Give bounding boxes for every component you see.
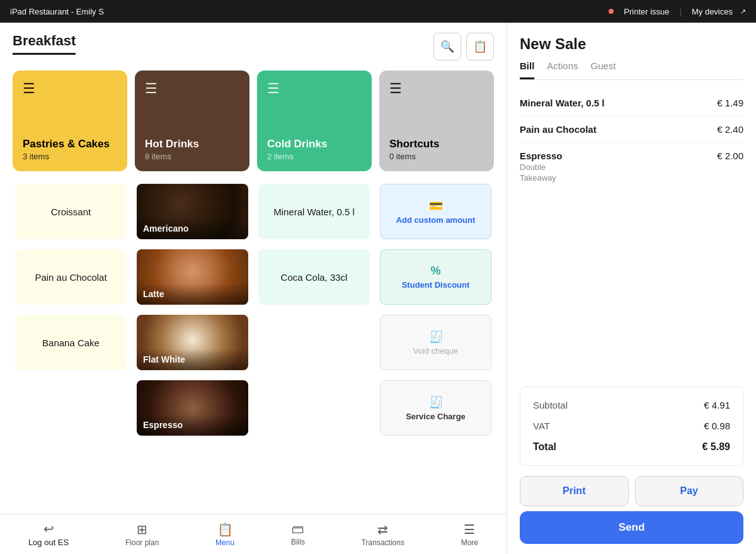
- tab-guest[interactable]: Guest: [591, 60, 616, 79]
- header-actions: 🔍 📋: [433, 33, 494, 60]
- pay-button[interactable]: Pay: [635, 476, 744, 506]
- category-grid: ☰ Pastries & Cakes 3 items ☰ Hot Drinks …: [0, 60, 507, 181]
- category-name: Pastries & Cakes: [23, 138, 117, 150]
- tab-bill[interactable]: Bill: [520, 60, 534, 79]
- total-label: Total: [533, 441, 556, 453]
- my-devices-link[interactable]: My devices: [692, 7, 733, 16]
- right-header: New Sale Bill Actions Guest: [507, 23, 756, 80]
- item-name: Banana Cake: [35, 330, 107, 356]
- bottom-nav: ↩ Log out ES ⊞ Floor plan 📋 Menu 🗃 Bills…: [0, 514, 507, 554]
- bills-icon: 🗃: [292, 522, 304, 536]
- bill-item-price: € 1.49: [717, 98, 743, 108]
- more-label: More: [461, 538, 478, 547]
- category-name: Cold Drinks: [267, 138, 362, 150]
- bill-item-name: Espresso: [520, 150, 563, 161]
- item-espresso[interactable]: Espresso: [137, 380, 248, 436]
- category-items: 8 items: [145, 152, 239, 161]
- right-panel: New Sale Bill Actions Guest Mineral Wate…: [507, 23, 756, 554]
- pastries-column: Croissant Pain au Chocolat Banana Cake: [13, 181, 129, 501]
- clipboard-button[interactable]: 📋: [466, 33, 494, 60]
- topbar-right: Printer issue | My devices ↗: [609, 7, 746, 16]
- item-latte[interactable]: Latte: [137, 249, 248, 305]
- menu-icon: 📋: [217, 522, 233, 537]
- service-charge-label: Service Charge: [401, 412, 471, 421]
- item-americano[interactable]: Americano: [137, 184, 248, 239]
- bill-item-pain-au-chocolat[interactable]: Pain au Chocolat € 2.40: [520, 116, 743, 143]
- topbar-title: iPad Restaurant - Emily S: [10, 7, 609, 16]
- shortcuts-column: 💳 Add custom amount % Student Discount 🧾…: [377, 181, 494, 501]
- item-pain-au-chocolat[interactable]: Pain au Chocolat: [15, 249, 127, 305]
- category-name: Hot Drinks: [145, 138, 239, 150]
- panel-title: Breakfast: [13, 33, 76, 55]
- category-cold-drinks[interactable]: ☰ Cold Drinks 2 items: [257, 71, 372, 171]
- shortcut-custom-amount[interactable]: 💳 Add custom amount: [380, 184, 491, 239]
- send-button[interactable]: Send: [520, 511, 743, 544]
- bill-item-espresso[interactable]: Espresso Double Takeaway € 2.00: [520, 143, 743, 190]
- logout-label: Log out ES: [28, 538, 69, 547]
- category-items: 3 items: [23, 152, 117, 161]
- panel-header: Breakfast 🔍 📋: [0, 23, 507, 60]
- item-name: Croissant: [43, 199, 98, 225]
- category-items: 0 items: [389, 152, 484, 161]
- nav-menu[interactable]: 📋 Menu: [208, 519, 242, 550]
- tab-actions[interactable]: Actions: [547, 60, 578, 79]
- nav-floor-plan[interactable]: ⊞ Floor plan: [118, 519, 166, 550]
- item-name: Latte: [143, 289, 164, 299]
- vat-row: VAT € 0.98: [533, 416, 730, 436]
- item-banana-cake[interactable]: Banana Cake: [15, 315, 127, 370]
- category-name: Shortcuts: [389, 138, 484, 150]
- item-flat-white[interactable]: Flat White: [137, 315, 248, 370]
- bill-tabs: Bill Actions Guest: [520, 60, 743, 80]
- nav-logout[interactable]: ↩ Log out ES: [21, 519, 76, 550]
- category-hot-drinks[interactable]: ☰ Hot Drinks 8 items: [135, 71, 249, 171]
- item-croissant[interactable]: Croissant: [15, 184, 127, 239]
- item-name: Coca Cola, 33cl: [273, 264, 355, 290]
- vat-label: VAT: [533, 421, 550, 431]
- custom-amount-label: Add custom amount: [391, 215, 481, 225]
- cold-drinks-column: Mineral Water, 0.5 l Coca Cola, 33cl: [256, 181, 372, 501]
- menu-label: Menu: [215, 538, 234, 547]
- bill-item-sub-takeaway: Takeaway: [520, 173, 563, 183]
- bills-label: Bills: [291, 538, 305, 546]
- category-stack-icon: ☰: [145, 81, 239, 97]
- bill-items: Mineral Water, 0.5 l € 1.49 Pain au Choc…: [507, 80, 756, 387]
- category-stack-icon: ☰: [389, 81, 484, 97]
- printer-issue-label: Printer issue: [624, 7, 669, 16]
- shortcut-student-discount[interactable]: % Student Discount: [380, 249, 491, 305]
- item-mineral-water[interactable]: Mineral Water, 0.5 l: [258, 184, 370, 239]
- item-name: Espresso: [143, 420, 183, 430]
- external-link-icon: ↗: [740, 8, 746, 16]
- nav-more[interactable]: ☰ More: [454, 519, 486, 550]
- floor-plan-icon: ⊞: [137, 522, 147, 537]
- shortcut-void-cheque[interactable]: 🧾 Void cheque: [380, 315, 491, 370]
- search-button[interactable]: 🔍: [433, 33, 461, 60]
- new-sale-title: New Sale: [520, 35, 743, 53]
- item-coca-cola[interactable]: Coca Cola, 33cl: [258, 249, 370, 305]
- nav-transactions[interactable]: ⇄ Transactions: [354, 519, 412, 550]
- custom-amount-icon: 💳: [429, 199, 443, 213]
- category-pastries[interactable]: ☰ Pastries & Cakes 3 items: [13, 71, 127, 171]
- print-button[interactable]: Print: [520, 476, 629, 506]
- total-row: Total € 5.89: [533, 436, 730, 458]
- floor-plan-label: Floor plan: [125, 538, 159, 547]
- transactions-label: Transactions: [362, 538, 404, 547]
- bill-item-name: Pain au Chocolat: [520, 124, 597, 135]
- bill-item-price: € 2.00: [717, 150, 743, 161]
- vat-value: € 0.98: [704, 421, 730, 431]
- logout-icon: ↩: [43, 521, 54, 536]
- bill-item-mineral-water[interactable]: Mineral Water, 0.5 l € 1.49: [520, 90, 743, 116]
- void-cheque-label: Void cheque: [408, 346, 464, 356]
- shortcut-service-charge[interactable]: 🧾 Service Charge: [380, 380, 491, 436]
- bill-totals: Subtotal € 4.91 VAT € 0.98 Total € 5.89: [520, 387, 743, 466]
- nav-bills[interactable]: 🗃 Bills: [284, 519, 312, 549]
- bill-actions: Print Pay: [507, 466, 756, 511]
- more-icon: ☰: [464, 522, 475, 537]
- subtotal-row: Subtotal € 4.91: [533, 395, 730, 416]
- bill-item-sub-double: Double: [520, 162, 563, 172]
- student-discount-label: Student Discount: [397, 280, 475, 290]
- left-panel: Breakfast 🔍 📋 ☰ Pastries & Cakes 3 items…: [0, 23, 507, 554]
- subtotal-label: Subtotal: [533, 400, 568, 410]
- bill-item-name: Mineral Water, 0.5 l: [520, 98, 605, 108]
- category-shortcuts[interactable]: ☰ Shortcuts 0 items: [379, 71, 494, 171]
- category-stack-icon: ☰: [267, 81, 362, 97]
